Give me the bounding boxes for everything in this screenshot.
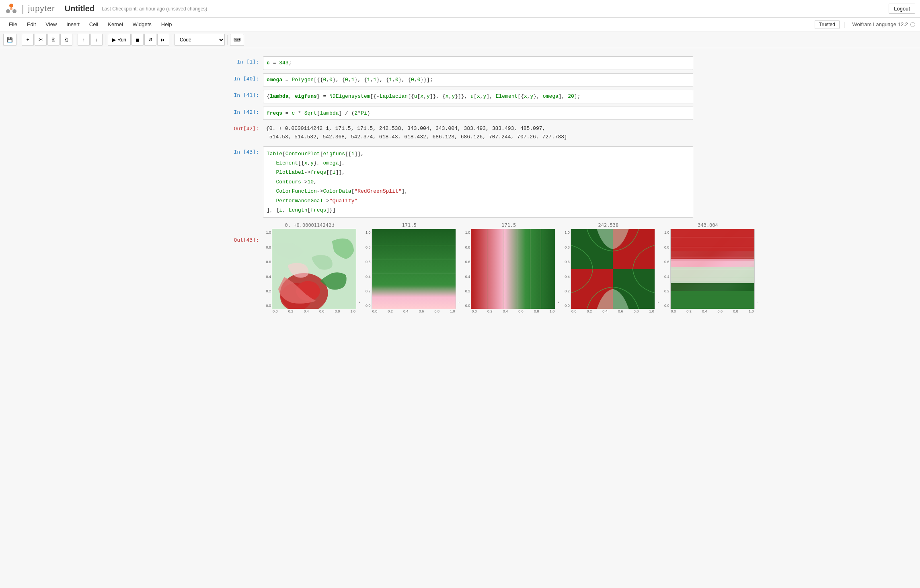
plot-5-svg-container: 0.0 0.2 0.4 0.6 0.8 1.0 — [670, 229, 755, 313]
plot-4-with-axis: 1.0 0.8 0.6 0.4 0.2 0.0 — [562, 229, 655, 313]
cell-1-input[interactable]: c = 343; — [263, 56, 693, 70]
save-icon: 💾 — [7, 37, 13, 43]
keyboard-icon: ⌨ — [234, 37, 240, 43]
plot-2-svg-container: 0.0 0.2 0.4 0.6 0.8 1.0 — [372, 229, 456, 313]
cell-42-in: In [42]: freqs = c * Sqrt[lambda] / (2*P… — [219, 107, 701, 120]
plot-1-y-axis: 1.0 0.8 0.6 0.4 0.2 0.0 — [263, 229, 272, 309]
cell-42-out: Out[42]: {0. + 0.0000114242 i, 171.5, 17… — [219, 123, 701, 143]
plot-3-wrapper: 171.5 1.0 0.8 0.6 0.4 0.2 0.0 — [462, 222, 555, 313]
fast-forward-button[interactable]: ⏭ — [157, 34, 169, 46]
menubar: File Edit View Insert Cell Kernel Widget… — [0, 18, 920, 31]
cell-42-input[interactable]: freqs = c * Sqrt[lambda] / (2*Pi) — [263, 107, 693, 120]
plot-3-y-axis: 1.0 0.8 0.6 0.4 0.2 0.0 — [462, 229, 471, 309]
jupyter-logo-icon — [5, 2, 18, 15]
toolbar-separator-1 — [19, 35, 19, 45]
comma-2: , — [458, 298, 460, 313]
run-icon: ▶ — [112, 37, 116, 43]
plots-container: 0. +0.0000114242i 1.0 0.8 0.6 0.4 0.2 0.… — [263, 221, 758, 315]
kernel-info: Wolfram Language 12.2 — [852, 21, 915, 27]
cell-42-output: {0. + 0.0000114242 i, 171.5, 171.5, 242.… — [263, 123, 693, 143]
toolbar-separator-2 — [75, 35, 75, 45]
menu-view[interactable]: View — [41, 20, 61, 29]
plot-5-with-axis: 1.0 0.8 0.6 0.4 0.2 0.0 — [661, 229, 755, 313]
plot-1-label: 0. +0.0000114242i — [285, 222, 335, 228]
toolbar-separator-4 — [172, 35, 172, 45]
plot-2 — [372, 229, 456, 309]
arrow-up-icon: ↑ — [82, 37, 85, 43]
keyboard-shortcut-button[interactable]: ⌨ — [230, 34, 244, 46]
plot-3-svg-container: 0.0 0.2 0.4 0.6 0.8 1.0 — [471, 229, 555, 313]
plot-5-wrapper: 343.004 1.0 0.8 0.6 0.4 0.2 0.0 — [661, 222, 755, 313]
cell-1-var: c — [267, 60, 270, 66]
plot-5-svg — [671, 229, 754, 309]
copy-icon: ⎘ — [52, 37, 55, 43]
menu-help[interactable]: Help — [157, 20, 176, 29]
plot-3 — [471, 229, 555, 309]
paste-cell-button[interactable]: ⎗ — [60, 34, 72, 46]
plot-2-y-axis: 1.0 0.8 0.6 0.4 0.2 0.0 — [363, 229, 372, 309]
cell-42-in-prompt: In [42]: — [227, 107, 263, 115]
menu-insert[interactable]: Insert — [62, 20, 84, 29]
menu-kernel[interactable]: Kernel — [104, 20, 127, 29]
notebook-title: Untitled — [65, 4, 94, 13]
cell-42-out-prompt: Out[42]: — [227, 123, 263, 132]
plot-1-with-axis: 1.0 0.8 0.6 0.4 0.2 0.0 — [263, 229, 356, 313]
plot-5 — [670, 229, 755, 309]
plot-2-wrapper: 171.5 1.0 0.8 0.6 0.4 0.2 0.0 — [363, 222, 456, 313]
run-button[interactable]: ▶ Run — [108, 34, 131, 46]
stop-icon: ◼ — [136, 37, 140, 43]
plot-5-label: 343.004 — [698, 222, 718, 228]
plot-5-x-axis: 0.0 0.2 0.4 0.6 0.8 1.0 — [670, 309, 755, 313]
cell-43-out-prompt: Out[43]: — [227, 221, 263, 243]
menu-file[interactable]: File — [5, 20, 21, 29]
menu-widgets[interactable]: Widgets — [129, 20, 156, 29]
save-button[interactable]: 💾 — [3, 34, 16, 46]
copy-cell-button[interactable]: ⎘ — [47, 34, 60, 46]
plot-2-with-axis: 1.0 0.8 0.6 0.4 0.2 0.0 — [363, 229, 456, 313]
plot-4-x-axis: 0.0 0.2 0.4 0.6 0.8 1.0 — [571, 309, 655, 313]
move-down-button[interactable]: ↓ — [90, 34, 103, 46]
move-up-button[interactable]: ↑ — [78, 34, 90, 46]
plot-5-y-axis: 1.0 0.8 0.6 0.4 0.2 0.0 — [661, 229, 670, 309]
plot-4-wrapper: 242.538 1.0 0.8 0.6 0.4 0.2 0.0 — [562, 222, 655, 313]
kernel-status-circle — [910, 22, 915, 27]
comma-4: , — [657, 298, 659, 313]
comma-1: , — [359, 298, 360, 313]
cell-40-prompt: In [40]: — [227, 73, 263, 82]
toolbar: 💾 + ✂ ⎘ ⎗ ↑ ↓ ▶ Run ◼ ↺ ⏭ Code Markdown … — [0, 31, 920, 48]
restart-icon: ↺ — [148, 37, 152, 43]
plot-1 — [272, 229, 356, 309]
comma-3: , — [558, 298, 559, 313]
kernel-name-label: Wolfram Language 12.2 — [852, 21, 908, 27]
trusted-button[interactable]: Trusted — [815, 20, 840, 29]
cell-43-input[interactable]: Table[ContourPlot[eigfuns[[i]], Element[… — [263, 146, 693, 218]
menu-cell[interactable]: Cell — [85, 20, 102, 29]
plot-3-with-axis: 1.0 0.8 0.6 0.4 0.2 0.0 — [462, 229, 555, 313]
arrow-down-icon: ↓ — [95, 37, 98, 43]
scissors-icon: ✂ — [39, 37, 43, 43]
plot-1-svg — [272, 229, 356, 309]
checkpoint-info: Last Checkpoint: an hour ago (unsaved ch… — [102, 6, 207, 12]
toolbar-separator-3 — [105, 35, 105, 45]
cut-cell-button[interactable]: ✂ — [35, 34, 47, 46]
restart-button[interactable]: ↺ — [144, 34, 156, 46]
svg-point-0 — [9, 4, 13, 8]
jupyter-logo: | jupyter — [5, 2, 55, 15]
svg-point-3 — [10, 8, 12, 10]
plot-2-svg — [372, 229, 456, 309]
svg-rect-30 — [671, 267, 754, 283]
logout-button[interactable]: Logout — [889, 4, 915, 14]
cell-type-select[interactable]: Code Markdown Raw NBConvert Heading — [175, 34, 225, 46]
cell-1: In [1]: c = 343; — [219, 56, 701, 70]
plot-4 — [571, 229, 655, 309]
svg-rect-28 — [671, 291, 754, 309]
cell-40-input[interactable]: omega = Polygon[{{0,0}, {0,1}, {1,1}, {1… — [263, 73, 693, 87]
menu-edit[interactable]: Edit — [23, 20, 40, 29]
cell-41-input[interactable]: {lambda, eigfuns} = NDEigensystem[{-Lapl… — [263, 90, 693, 103]
paste-icon: ⎗ — [65, 37, 68, 43]
stop-button[interactable]: ◼ — [131, 34, 144, 46]
plus-icon: + — [26, 37, 29, 43]
cell-43-in: In [43]: Table[ContourPlot[eigfuns[[i]],… — [219, 146, 701, 218]
notebook-area: In [1]: c = 343; In [40]: omega = Polygo… — [0, 48, 920, 588]
add-cell-button[interactable]: + — [22, 34, 34, 46]
